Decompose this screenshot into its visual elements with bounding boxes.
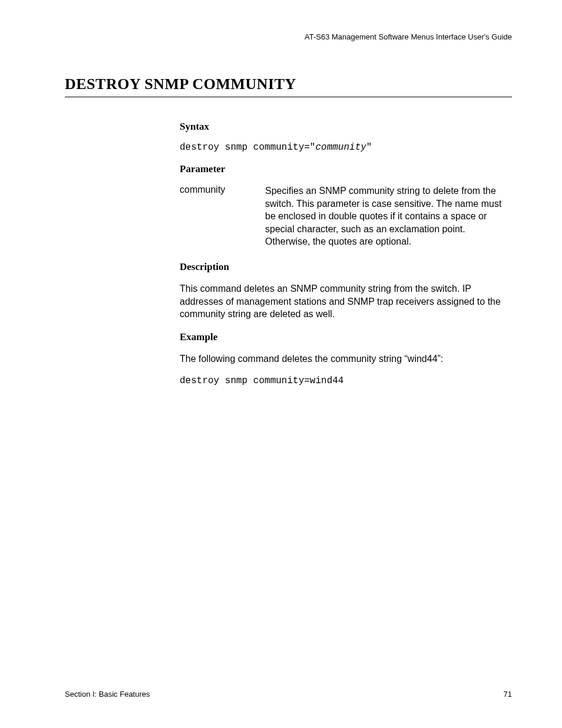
description-heading: Description (180, 261, 512, 273)
content-area: Syntax destroy snmp community="community… (180, 121, 512, 386)
syntax-variable: community (315, 142, 366, 153)
parameter-name: community (180, 185, 265, 248)
footer-section: Section I: Basic Features (65, 690, 150, 699)
page-title: DESTROY SNMP COMMUNITY (65, 75, 512, 97)
parameter-row: community Specifies an SNMP community st… (180, 185, 512, 248)
description-text: This command deletes an SNMP community s… (180, 282, 512, 321)
example-code: destroy snmp community=wind44 (180, 375, 512, 386)
syntax-heading: Syntax (180, 121, 512, 133)
syntax-line: destroy snmp community="community" (180, 142, 512, 153)
parameter-heading: Parameter (180, 163, 512, 175)
syntax-suffix: " (366, 142, 372, 153)
parameter-description: Specifies an SNMP community string to de… (265, 185, 512, 248)
header-guide-title: AT-S63 Management Software Menus Interfa… (65, 32, 512, 41)
example-heading: Example (180, 331, 512, 343)
syntax-prefix: destroy snmp community=" (180, 142, 315, 153)
footer-page-number: 71 (504, 690, 512, 699)
example-intro: The following command deletes the commun… (180, 353, 512, 365)
footer: Section I: Basic Features 71 (65, 690, 512, 699)
